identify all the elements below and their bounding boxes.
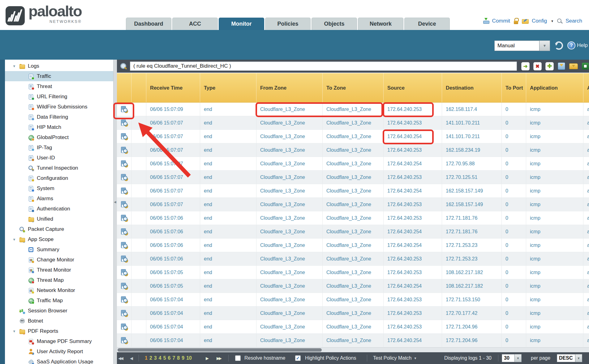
- cell-application[interactable]: icmp: [526, 239, 583, 252]
- sidebar-item-user-activity-report[interactable]: User Activity Report: [5, 346, 113, 357]
- cell-destination[interactable]: 108.162.217.182: [442, 279, 502, 293]
- test-policy-match-button[interactable]: Test Policy Match: [373, 355, 411, 361]
- cell-type[interactable]: end: [200, 293, 256, 306]
- cell-to-port[interactable]: 0: [502, 279, 526, 293]
- column-header-destination[interactable]: Destination: [442, 73, 502, 102]
- cell-from-zone[interactable]: Cloudflare_L3_Zone: [256, 334, 323, 347]
- cell-to-port[interactable]: 0: [502, 143, 526, 157]
- commit-icon[interactable]: [483, 18, 489, 24]
- cell-from-zone[interactable]: Cloudflare_L3_Zone: [256, 239, 323, 252]
- column-header-source[interactable]: Source: [384, 73, 442, 102]
- cell-action[interactable]: a: [583, 225, 589, 238]
- sidebar-item-threat-map[interactable]: Threat Map: [5, 275, 113, 285]
- cell-receive-time[interactable]: 06/06 15:07:07: [146, 198, 200, 211]
- log-row[interactable]: 06/06 15:07:05endCloudflare_L3_ZoneCloud…: [117, 279, 589, 293]
- cell-source[interactable]: 172.64.240.254: [384, 157, 442, 170]
- cell-destination[interactable]: 162.158.157.149: [442, 198, 502, 211]
- cell-receive-time[interactable]: 06/06 15:07:07: [146, 184, 200, 197]
- cell-action[interactable]: a: [583, 171, 589, 184]
- page-number-7[interactable]: 7: [172, 355, 175, 361]
- column-header-from-zone[interactable]: From Zone: [256, 73, 323, 102]
- log-detail-icon[interactable]: [120, 215, 128, 222]
- cell-to-zone[interactable]: Cloudflare_L3_Zone: [323, 143, 384, 157]
- log-detail-icon[interactable]: [120, 256, 128, 262]
- log-detail-icon[interactable]: [120, 269, 128, 276]
- export-logs-icon[interactable]: [582, 62, 589, 70]
- cell-from-zone[interactable]: Cloudflare_L3_Zone: [256, 143, 323, 157]
- sidebar-item-threat[interactable]: Threat: [5, 81, 113, 91]
- cell-destination[interactable]: 172.70.125.51: [442, 171, 502, 184]
- cell-receive-time[interactable]: 06/06 15:07:07: [146, 157, 200, 170]
- sidebar-item-traffic-map[interactable]: Traffic Map: [5, 295, 113, 306]
- page-number-9[interactable]: 9: [182, 355, 184, 361]
- config-icon[interactable]: [522, 18, 529, 24]
- cell-destination[interactable]: 172.71.153.150: [442, 293, 502, 306]
- cell-action[interactable]: a: [583, 130, 589, 143]
- add-filter-icon[interactable]: ✚: [545, 62, 554, 70]
- cell-destination[interactable]: 172.70.95.88: [442, 157, 502, 170]
- column-header-to-port[interactable]: To Port: [502, 73, 526, 102]
- clear-filter-icon[interactable]: ✖: [533, 62, 542, 70]
- sidebar-item-hip-match[interactable]: HIP Match: [5, 122, 113, 132]
- cell-source[interactable]: 172.64.240.253: [384, 171, 442, 184]
- sidebar-splitter[interactable]: ◀: [113, 60, 117, 364]
- sidebar-item-unified[interactable]: Unified: [5, 214, 113, 224]
- cell-action[interactable]: a: [583, 239, 589, 252]
- config-caret-icon[interactable]: ▼: [551, 19, 554, 23]
- log-detail-icon[interactable]: [120, 310, 128, 317]
- log-detail-icon[interactable]: [120, 337, 128, 344]
- cell-destination[interactable]: 108.162.217.182: [442, 266, 502, 279]
- column-header-detail[interactable]: [117, 73, 131, 102]
- cell-to-zone[interactable]: Cloudflare_L3_Zone: [323, 116, 384, 129]
- cell-to-zone[interactable]: Cloudflare_L3_Zone: [323, 307, 384, 320]
- refresh-mode-value[interactable]: Manual: [494, 40, 540, 51]
- cell-application[interactable]: icmp: [526, 157, 583, 170]
- cell-from-zone[interactable]: Cloudflare_L3_Zone: [256, 116, 323, 129]
- cell-to-zone[interactable]: Cloudflare_L3_Zone: [323, 252, 384, 265]
- search-link[interactable]: Search: [565, 18, 582, 24]
- cell-to-zone[interactable]: Cloudflare_L3_Zone: [323, 334, 384, 347]
- cell-type[interactable]: end: [200, 279, 256, 293]
- tab-acc[interactable]: ACC: [172, 18, 218, 30]
- log-filter-input[interactable]: [130, 61, 517, 71]
- cell-destination[interactable]: 172.71.181.76: [442, 225, 502, 238]
- cell-to-port[interactable]: 0: [502, 103, 526, 116]
- cell-to-zone[interactable]: Cloudflare_L3_Zone: [323, 198, 384, 211]
- cell-source[interactable]: 172.64.240.253: [384, 198, 442, 211]
- horizontal-scrollbar-thumb[interactable]: [118, 348, 322, 352]
- log-detail-icon[interactable]: [120, 147, 128, 154]
- cell-receive-time[interactable]: 06/06 15:07:09: [146, 103, 200, 116]
- cell-application[interactable]: icmp: [526, 252, 583, 265]
- cell-source[interactable]: 172.64.240.253: [384, 116, 442, 129]
- cell-from-zone[interactable]: Cloudflare_L3_Zone: [256, 279, 323, 293]
- page-number-6[interactable]: 6: [168, 355, 171, 361]
- cell-action[interactable]: a: [583, 252, 589, 265]
- cell-to-port[interactable]: 0: [502, 157, 526, 170]
- cell-to-port[interactable]: 0: [502, 184, 526, 197]
- column-header-to-zone[interactable]: To Zone: [323, 73, 384, 102]
- cell-from-zone[interactable]: Cloudflare_L3_Zone: [256, 307, 323, 320]
- cell-type[interactable]: end: [200, 307, 256, 320]
- cell-action[interactable]: a: [583, 103, 589, 116]
- log-row[interactable]: 06/06 15:07:07endCloudflare_L3_ZoneCloud…: [117, 198, 589, 211]
- help-button[interactable]: ? Help: [567, 41, 588, 49]
- cell-to-zone[interactable]: Cloudflare_L3_Zone: [323, 157, 384, 170]
- cell-source[interactable]: 172.64.240.253: [384, 211, 442, 225]
- cell-to-port[interactable]: 0: [502, 252, 526, 265]
- column-header-spacer[interactable]: [131, 73, 146, 102]
- cell-to-port[interactable]: 0: [502, 225, 526, 238]
- log-detail-icon[interactable]: [120, 201, 128, 208]
- cell-from-zone[interactable]: Cloudflare_L3_Zone: [256, 252, 323, 265]
- apply-filter-icon[interactable]: ➜: [521, 62, 530, 70]
- refresh-mode-select[interactable]: Manual ▼: [494, 40, 550, 51]
- cell-to-zone[interactable]: Cloudflare_L3_Zone: [323, 320, 384, 333]
- cell-type[interactable]: end: [200, 103, 256, 116]
- sidebar-item-session-browser[interactable]: Session Browser: [5, 306, 113, 316]
- cell-from-zone[interactable]: Cloudflare_L3_Zone: [256, 293, 323, 306]
- highlight-policy-actions-checkbox[interactable]: ✓: [295, 355, 301, 361]
- log-detail-icon[interactable]: [120, 324, 128, 330]
- sidebar-item-configuration[interactable]: Configuration: [5, 173, 113, 183]
- cell-type[interactable]: end: [200, 143, 256, 157]
- first-page-icon[interactable]: ◀◀: [118, 356, 123, 361]
- cell-destination[interactable]: 162.158.157.149: [442, 184, 502, 197]
